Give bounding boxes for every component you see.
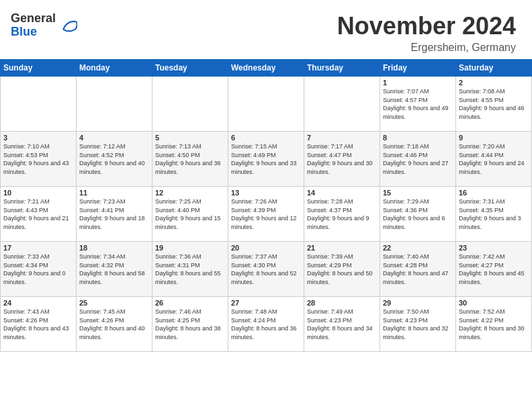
day-number: 4: [79, 134, 149, 142]
logo-general: General: [11, 12, 56, 26]
day-cell-15: 15Sunrise: 7:29 AMSunset: 4:36 PMDayligh…: [380, 187, 456, 242]
day-cell-18: 18Sunrise: 7:34 AMSunset: 4:32 PMDayligh…: [77, 242, 152, 297]
day-number: 12: [155, 189, 225, 197]
day-info: Sunrise: 7:28 AMSunset: 4:37 PMDaylight:…: [307, 197, 377, 231]
day-number: 1: [383, 79, 453, 87]
day-cell-11: 11Sunrise: 7:23 AMSunset: 4:41 PMDayligh…: [77, 187, 152, 242]
day-info: Sunrise: 7:48 AMSunset: 4:24 PMDaylight:…: [231, 308, 301, 341]
day-number: 11: [79, 189, 149, 197]
day-info: Sunrise: 7:29 AMSunset: 4:36 PMDaylight:…: [383, 197, 453, 231]
day-number: 22: [383, 244, 453, 252]
weekday-header-sunday: Sunday: [1, 60, 77, 77]
weekday-header-monday: Monday: [77, 60, 152, 77]
day-cell-26: 26Sunrise: 7:46 AMSunset: 4:25 PMDayligh…: [152, 297, 228, 352]
day-number: 10: [3, 189, 73, 197]
day-number: 23: [459, 244, 529, 252]
day-cell-25: 25Sunrise: 7:45 AMSunset: 4:26 PMDayligh…: [77, 297, 152, 352]
empty-cell: [152, 77, 228, 132]
day-number: 24: [3, 299, 73, 307]
day-cell-3: 3Sunrise: 7:10 AMSunset: 4:53 PMDaylight…: [1, 132, 77, 187]
day-number: 25: [79, 299, 149, 307]
day-cell-8: 8Sunrise: 7:18 AMSunset: 4:46 PMDaylight…: [380, 132, 456, 187]
day-number: 7: [307, 134, 377, 142]
day-number: 18: [79, 244, 149, 252]
title-block: November 2024 Ergersheim, Germany: [337, 12, 516, 54]
day-number: 17: [3, 244, 73, 252]
day-cell-10: 10Sunrise: 7:21 AMSunset: 4:43 PMDayligh…: [1, 187, 77, 242]
weekday-header-wednesday: Wednesday: [228, 60, 304, 77]
day-cell-17: 17Sunrise: 7:33 AMSunset: 4:34 PMDayligh…: [1, 242, 77, 297]
day-info: Sunrise: 7:36 AMSunset: 4:31 PMDaylight:…: [155, 253, 225, 286]
day-info: Sunrise: 7:34 AMSunset: 4:32 PMDaylight:…: [79, 253, 149, 286]
day-info: Sunrise: 7:50 AMSunset: 4:23 PMDaylight:…: [383, 308, 453, 341]
day-info: Sunrise: 7:12 AMSunset: 4:52 PMDaylight:…: [79, 142, 149, 176]
day-number: 8: [383, 134, 453, 142]
day-info: Sunrise: 7:08 AMSunset: 4:55 PMDaylight:…: [459, 87, 529, 121]
day-info: Sunrise: 7:43 AMSunset: 4:26 PMDaylight:…: [3, 308, 73, 341]
day-number: 14: [307, 189, 377, 197]
day-number: 29: [383, 299, 453, 307]
day-cell-24: 24Sunrise: 7:43 AMSunset: 4:26 PMDayligh…: [1, 297, 77, 352]
day-cell-16: 16Sunrise: 7:31 AMSunset: 4:35 PMDayligh…: [456, 187, 532, 242]
day-info: Sunrise: 7:33 AMSunset: 4:34 PMDaylight:…: [3, 253, 73, 286]
day-cell-5: 5Sunrise: 7:13 AMSunset: 4:50 PMDaylight…: [152, 132, 228, 187]
day-cell-29: 29Sunrise: 7:50 AMSunset: 4:23 PMDayligh…: [380, 297, 456, 352]
day-number: 9: [459, 134, 529, 142]
day-info: Sunrise: 7:49 AMSunset: 4:23 PMDaylight:…: [307, 308, 377, 341]
day-number: 6: [231, 134, 301, 142]
day-number: 20: [231, 244, 301, 252]
empty-cell: [304, 77, 380, 132]
day-info: Sunrise: 7:20 AMSunset: 4:44 PMDaylight:…: [459, 142, 529, 176]
day-number: 28: [307, 299, 377, 307]
empty-cell: [77, 77, 152, 132]
day-cell-6: 6Sunrise: 7:15 AMSunset: 4:49 PMDaylight…: [228, 132, 304, 187]
day-info: Sunrise: 7:23 AMSunset: 4:41 PMDaylight:…: [79, 197, 149, 231]
weekday-header-saturday: Saturday: [456, 60, 532, 77]
day-number: 15: [383, 189, 453, 197]
weekday-header-tuesday: Tuesday: [152, 60, 228, 77]
day-number: 21: [307, 244, 377, 252]
day-cell-1: 1Sunrise: 7:07 AMSunset: 4:57 PMDaylight…: [380, 77, 456, 132]
day-info: Sunrise: 7:45 AMSunset: 4:26 PMDaylight:…: [79, 308, 149, 341]
day-info: Sunrise: 7:26 AMSunset: 4:39 PMDaylight:…: [231, 197, 301, 231]
day-info: Sunrise: 7:10 AMSunset: 4:53 PMDaylight:…: [3, 142, 73, 176]
day-cell-30: 30Sunrise: 7:52 AMSunset: 4:22 PMDayligh…: [456, 297, 532, 352]
day-info: Sunrise: 7:40 AMSunset: 4:28 PMDaylight:…: [383, 253, 453, 286]
logo-blue: Blue: [11, 26, 56, 39]
day-number: 27: [231, 299, 301, 307]
day-info: Sunrise: 7:21 AMSunset: 4:43 PMDaylight:…: [3, 197, 73, 231]
day-cell-27: 27Sunrise: 7:48 AMSunset: 4:24 PMDayligh…: [228, 297, 304, 352]
day-number: 13: [231, 189, 301, 197]
day-info: Sunrise: 7:42 AMSunset: 4:27 PMDaylight:…: [459, 253, 529, 286]
day-info: Sunrise: 7:39 AMSunset: 4:29 PMDaylight:…: [307, 253, 377, 286]
day-number: 26: [155, 299, 225, 307]
day-number: 30: [459, 299, 529, 307]
day-number: 3: [3, 134, 73, 142]
day-cell-2: 2Sunrise: 7:08 AMSunset: 4:55 PMDaylight…: [456, 77, 532, 132]
day-number: 5: [155, 134, 225, 142]
day-cell-12: 12Sunrise: 7:25 AMSunset: 4:40 PMDayligh…: [152, 187, 228, 242]
day-info: Sunrise: 7:52 AMSunset: 4:22 PMDaylight:…: [459, 308, 529, 341]
day-info: Sunrise: 7:17 AMSunset: 4:47 PMDaylight:…: [307, 142, 377, 176]
location: Ergersheim, Germany: [337, 42, 516, 54]
weekday-header-thursday: Thursday: [304, 60, 380, 77]
calendar: SundayMondayTuesdayWednesdayThursdayFrid…: [0, 59, 532, 352]
weekday-header-friday: Friday: [380, 60, 456, 77]
day-number: 19: [155, 244, 225, 252]
month-title: November 2024: [337, 12, 516, 40]
header: General Blue November 2024 Ergersheim, G…: [0, 0, 532, 59]
day-cell-19: 19Sunrise: 7:36 AMSunset: 4:31 PMDayligh…: [152, 242, 228, 297]
day-cell-14: 14Sunrise: 7:28 AMSunset: 4:37 PMDayligh…: [304, 187, 380, 242]
day-cell-4: 4Sunrise: 7:12 AMSunset: 4:52 PMDaylight…: [77, 132, 152, 187]
day-info: Sunrise: 7:46 AMSunset: 4:25 PMDaylight:…: [155, 308, 225, 341]
logo-icon: [58, 16, 77, 35]
day-cell-22: 22Sunrise: 7:40 AMSunset: 4:28 PMDayligh…: [380, 242, 456, 297]
day-info: Sunrise: 7:31 AMSunset: 4:35 PMDaylight:…: [459, 197, 529, 231]
day-cell-20: 20Sunrise: 7:37 AMSunset: 4:30 PMDayligh…: [228, 242, 304, 297]
day-info: Sunrise: 7:37 AMSunset: 4:30 PMDaylight:…: [231, 253, 301, 286]
empty-cell: [1, 77, 77, 132]
day-info: Sunrise: 7:15 AMSunset: 4:49 PMDaylight:…: [231, 142, 301, 176]
day-cell-9: 9Sunrise: 7:20 AMSunset: 4:44 PMDaylight…: [456, 132, 532, 187]
day-number: 2: [459, 79, 529, 87]
empty-cell: [228, 77, 304, 132]
